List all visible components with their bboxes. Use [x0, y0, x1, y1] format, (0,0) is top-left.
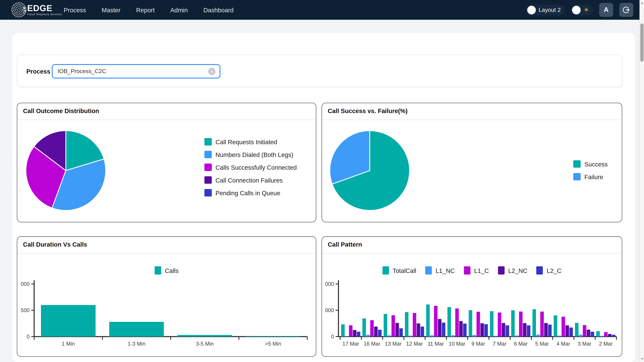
- legend-item[interactable]: Success: [573, 160, 608, 168]
- scroll-up-icon[interactable]: ▲: [640, 1, 644, 6]
- theme-toggle[interactable]: ☀: [571, 4, 593, 15]
- bar-l2_c[interactable]: [420, 327, 424, 337]
- layout-toggle[interactable]: Layout 2: [526, 4, 565, 15]
- bar-l2_nc[interactable]: [608, 334, 612, 337]
- bar-l2_c[interactable]: [506, 326, 509, 337]
- bar-totalcall[interactable]: [448, 307, 451, 337]
- bar-l1_nc[interactable]: [388, 335, 391, 337]
- bar-l2_c[interactable]: [378, 330, 382, 337]
- bar-totalcall[interactable]: [362, 319, 366, 337]
- bar-l1_c[interactable]: [519, 312, 522, 337]
- bar-l2_c[interactable]: [484, 324, 488, 337]
- bar-totalcall[interactable]: [426, 305, 430, 337]
- bar-l2_c[interactable]: [399, 328, 403, 337]
- bar-totalcall[interactable]: [532, 309, 536, 337]
- bar-l1_nc[interactable]: [579, 335, 582, 337]
- bar-l1_nc[interactable]: [452, 335, 455, 337]
- bar-calls[interactable]: [109, 322, 164, 337]
- bar-l1_nc[interactable]: [558, 336, 561, 337]
- call-duration-bar-chart[interactable]: 05000001 Min1-3 Min3-5 Min>5 Min: [17, 254, 316, 357]
- bar-calls[interactable]: [41, 305, 96, 337]
- nav-item-report[interactable]: Report: [136, 6, 155, 13]
- bar-totalcall[interactable]: [554, 315, 557, 337]
- bar-l1_nc[interactable]: [600, 336, 604, 337]
- bar-l1_c[interactable]: [476, 312, 480, 337]
- bar-l2_c[interactable]: [463, 324, 466, 337]
- legend-item[interactable]: Calls Successfully Connected: [204, 164, 297, 171]
- bar-l2_c[interactable]: [612, 335, 616, 337]
- bar-l2_c[interactable]: [569, 328, 573, 337]
- bar-totalcall[interactable]: [469, 310, 472, 337]
- bar-l1_nc[interactable]: [430, 335, 434, 337]
- bar-l2_c[interactable]: [527, 326, 530, 337]
- bar-l2_nc[interactable]: [395, 323, 399, 337]
- legend-item[interactable]: Pending Calls in Queue: [204, 189, 297, 196]
- legend-item[interactable]: Call Requests Initiated: [204, 138, 297, 146]
- bar-l2_nc[interactable]: [587, 330, 590, 337]
- avatar[interactable]: A: [599, 3, 613, 17]
- bar-totalcall[interactable]: [384, 314, 387, 337]
- bar-l1_c[interactable]: [370, 320, 374, 337]
- bar-l2_nc[interactable]: [544, 323, 548, 337]
- bar-l1_nc[interactable]: [494, 336, 497, 337]
- bar-l2_nc[interactable]: [353, 330, 356, 337]
- bar-totalcall[interactable]: [341, 325, 345, 337]
- bar-totalcall[interactable]: [511, 310, 515, 337]
- bar-totalcall[interactable]: [596, 331, 600, 337]
- theme-toggle-knob[interactable]: [572, 5, 581, 14]
- bar-l1_c[interactable]: [562, 317, 565, 337]
- bar-l2_c[interactable]: [590, 332, 594, 337]
- bar-l1_nc[interactable]: [409, 336, 412, 337]
- bar-l2_c[interactable]: [442, 323, 446, 337]
- bar-calls[interactable]: [178, 335, 232, 337]
- bar-l1_c[interactable]: [498, 313, 501, 337]
- bar-l1_c[interactable]: [434, 306, 438, 337]
- legend-item[interactable]: Numbers Dialed (Both Legs): [204, 151, 297, 158]
- bar-l2_nc[interactable]: [438, 319, 442, 337]
- call-pattern-bar-chart[interactable]: 000000017 Mar16 Mar13 Mar12 Mar11 Mar10 …: [322, 254, 623, 357]
- x-axis-category-label: 7 Mar: [493, 341, 506, 347]
- bar-totalcall[interactable]: [405, 312, 408, 337]
- scroll-down-icon[interactable]: ▼: [640, 357, 644, 362]
- bar-l1_nc[interactable]: [515, 336, 518, 337]
- bar-l1_c[interactable]: [413, 313, 416, 337]
- page-scrollbar[interactable]: ▲ ▼: [640, 0, 644, 362]
- bar-l1_nc[interactable]: [472, 335, 476, 337]
- nav-item-process[interactable]: Process: [64, 6, 86, 13]
- bar-l2_c[interactable]: [357, 332, 360, 337]
- bar-l2_nc[interactable]: [374, 327, 378, 337]
- bar-l1_c[interactable]: [392, 315, 395, 337]
- nav-item-admin[interactable]: Admin: [170, 6, 188, 13]
- bar-l2_nc[interactable]: [502, 323, 505, 337]
- bar-l1_c[interactable]: [604, 332, 608, 337]
- bar-l2_nc[interactable]: [480, 323, 484, 337]
- bar-l2_nc[interactable]: [459, 321, 463, 337]
- bar-l1_c[interactable]: [583, 325, 586, 337]
- bar-l1_c[interactable]: [349, 325, 352, 337]
- layout-toggle-knob[interactable]: [527, 5, 536, 14]
- bar-calls[interactable]: [246, 336, 300, 337]
- x-axis-category-label: 1 Min: [62, 341, 75, 347]
- bar-l1_nc[interactable]: [536, 335, 540, 337]
- legend-item[interactable]: Failure: [573, 173, 608, 180]
- brand-logo[interactable]: IVR EDGE Cloud Telephony Services: [11, 1, 62, 18]
- bar-totalcall[interactable]: [575, 323, 578, 337]
- clear-icon[interactable]: ✕: [208, 68, 216, 75]
- nav-item-master[interactable]: Master: [102, 6, 120, 13]
- call-outcome-pie-chart[interactable]: [25, 129, 107, 212]
- success-failure-pie-chart[interactable]: [328, 129, 411, 212]
- bar-l2_nc[interactable]: [417, 323, 420, 337]
- bar-l1_nc[interactable]: [366, 335, 370, 337]
- bar-totalcall[interactable]: [490, 311, 494, 337]
- bar-l2_c[interactable]: [548, 325, 552, 337]
- nav-item-dashboard[interactable]: Dashboard: [204, 6, 234, 13]
- bar-l1_c[interactable]: [455, 309, 459, 337]
- process-select-input[interactable]: IOB_Process_C2C ✕: [52, 64, 220, 78]
- bar-l1_c[interactable]: [540, 312, 544, 337]
- scrollbar-thumb[interactable]: [640, 23, 644, 61]
- bar-l1_nc[interactable]: [345, 336, 348, 337]
- logout-button[interactable]: [619, 3, 633, 17]
- bar-l2_nc[interactable]: [523, 323, 526, 337]
- legend-item[interactable]: Call Connection Failures: [204, 176, 297, 184]
- bar-l2_nc[interactable]: [566, 326, 569, 337]
